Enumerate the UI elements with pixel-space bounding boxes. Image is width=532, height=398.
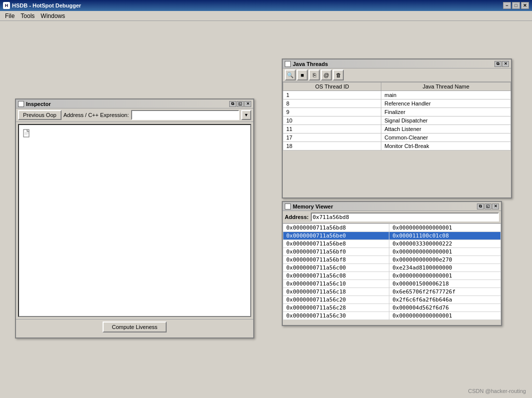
memory-address-cell: 0x0000000711a56c28 [283, 304, 389, 312]
svg-rect-0 [24, 130, 29, 137]
threads-expand-btn[interactable]: ⧉ [494, 61, 501, 67]
title-bar: H HSDB - HotSpot Debugger − □ ✕ [0, 0, 532, 11]
memory-float-btn[interactable]: ◱ [484, 204, 491, 210]
threads-at-btn[interactable]: @ [321, 70, 332, 80]
threads-table-container[interactable]: OS Thread ID Java Thread Name 1main8Refe… [283, 82, 511, 198]
threads-table: OS Thread ID Java Thread Name 1main8Refe… [283, 82, 511, 150]
inspector-toolbar: Previous Oop Address / C++ Expression: ▼ [16, 108, 253, 122]
menu-tools[interactable]: Tools [18, 12, 38, 20]
menu-bar: File Tools Windows [0, 11, 532, 21]
main-area: Inspector ⧉ ◱ ✕ Previous Oop Address / C… [0, 21, 532, 398]
memory-value-cell: 0x000000000000e270 [389, 256, 501, 264]
list-item[interactable]: 0x0000000711a56c080x0000000000000001 [283, 272, 501, 280]
memory-title: Memory Viewer [293, 204, 333, 210]
list-item[interactable]: 0x0000000711a56c100x000001500006218 [283, 280, 501, 288]
threads-search-btn[interactable]: 🔍 [285, 70, 296, 80]
app-title: HSDB - HotSpot Debugger [12, 2, 81, 8]
memory-address-cell: 0x0000000711a56bf8 [283, 256, 389, 264]
os-thread-id-cell: 10 [283, 116, 381, 125]
table-row[interactable]: 18Monitor Ctrl-Break [283, 142, 511, 150]
maximize-button[interactable]: □ [512, 2, 520, 9]
table-row[interactable]: 1main [283, 91, 511, 100]
list-item[interactable]: 0x0000000711a56be80x0000033300000222 [283, 240, 501, 248]
memory-address-cell: 0x0000000711a56bf0 [283, 248, 389, 256]
previous-oop-button[interactable]: Previous Oop [18, 110, 62, 120]
memory-address-input[interactable] [311, 212, 499, 222]
table-row[interactable]: 10Signal Dispatcher [283, 116, 511, 125]
memory-table-container[interactable]: 0x0000000711a56bd80x00000000000000010x00… [283, 224, 501, 324]
memory-close-btn[interactable]: ✕ [492, 204, 499, 210]
inspector-expand-btn[interactable]: ⧉ [229, 101, 236, 107]
memory-title-bar: Memory Viewer ⧉ ◱ ✕ [283, 202, 501, 211]
threads-copy-btn[interactable]: ⎘ [309, 70, 320, 80]
inspector-title: Inspector [26, 101, 51, 107]
java-thread-name-cell: Signal Dispatcher [381, 116, 511, 125]
java-thread-name-cell: Attach Listener [381, 125, 511, 134]
inspector-content [18, 124, 251, 317]
memory-address-label: Address: [285, 214, 309, 220]
memory-value-cell: 0x0000000000000001 [389, 272, 501, 280]
memory-panel-icon [285, 204, 291, 210]
threads-delete-btn[interactable]: 🗑 [333, 70, 344, 80]
inspector-panel-icon [18, 101, 24, 107]
memory-value-cell: 0x000001500006218 [389, 280, 501, 288]
threads-title-bar: Java Threads ⧉ ✕ [283, 60, 511, 68]
os-thread-id-cell: 17 [283, 134, 381, 142]
table-row[interactable]: 9Finalizer [283, 108, 511, 116]
inspector-footer: Compute Liveness [16, 319, 253, 334]
inspector-panel: Inspector ⧉ ◱ ✕ Previous Oop Address / C… [15, 98, 254, 338]
os-thread-id-cell: 11 [283, 125, 381, 134]
list-item[interactable]: 0x0000000711a56c000xe234ad8100000000 [283, 264, 501, 272]
os-thread-id-cell: 8 [283, 100, 381, 108]
threads-panel-controls: ⧉ ✕ [494, 61, 509, 67]
java-thread-name-cell: Reference Handler [381, 100, 511, 108]
memory-address-cell: 0x0000000711a56be8 [283, 240, 389, 248]
list-item[interactable]: 0x0000000711a56c180x6e65706f2f677726f [283, 288, 501, 296]
app-icon: H [3, 2, 10, 9]
title-bar-controls: − □ ✕ [503, 2, 529, 9]
threads-stop-btn[interactable]: ■ [297, 70, 308, 80]
table-row[interactable]: 17Common-Cleaner [283, 134, 511, 142]
threads-title: Java Threads [293, 61, 328, 67]
java-threads-panel: Java Threads ⧉ ✕ 🔍 ■ ⎘ @ 🗑 OS Thread ID … [282, 58, 512, 198]
list-item[interactable]: 0x0000000711a56bd80x0000000000000001 [283, 224, 501, 232]
os-thread-id-cell: 18 [283, 142, 381, 150]
memory-value-cell: 0x0000000000000001 [389, 248, 501, 256]
memory-value-cell: 0xe234ad8100000000 [389, 264, 501, 272]
watermark: CSDN @hacker-routing [468, 388, 526, 394]
inspector-float-btn[interactable]: ◱ [237, 101, 244, 107]
menu-file[interactable]: File [2, 12, 18, 20]
list-item[interactable]: 0x0000000711a56bf80x000000000000e270 [283, 256, 501, 264]
list-item[interactable]: 0x0000000711a56bf00x0000000000000001 [283, 248, 501, 256]
memory-value-cell: 0x6e65706f2f677726f [389, 288, 501, 296]
memory-value-cell: 0x000011100c01c08 [389, 232, 501, 240]
list-item[interactable]: 0x0000000711a56c300x0000000000000001 [283, 312, 501, 320]
list-item[interactable]: 0x0000000711a56c280x000004d562f6d76 [283, 304, 501, 312]
memory-address-cell: 0x0000000711a56be0 [283, 232, 389, 240]
compute-liveness-button[interactable]: Compute Liveness [103, 322, 166, 332]
java-thread-name-cell: Common-Cleaner [381, 134, 511, 142]
inspector-panel-controls: ⧉ ◱ ✕ [229, 101, 251, 107]
list-item[interactable]: 0x0000000711a56be00x000011100c01c08 [283, 232, 501, 240]
inspector-close-btn[interactable]: ✕ [244, 101, 251, 107]
table-row[interactable]: 8Reference Handler [283, 100, 511, 108]
memory-address-cell: 0x0000000711a56c08 [283, 272, 389, 280]
table-row[interactable]: 11Attach Listener [283, 125, 511, 134]
threads-panel-icon [285, 61, 291, 67]
address-input[interactable] [131, 110, 240, 120]
memory-address-bar: Address: [283, 211, 501, 224]
memory-value-cell: 0x0000000000000001 [389, 224, 501, 232]
close-button[interactable]: ✕ [521, 2, 529, 9]
minimize-button[interactable]: − [503, 2, 511, 9]
threads-close-btn[interactable]: ✕ [502, 61, 509, 67]
menu-windows[interactable]: Windows [38, 12, 68, 20]
memory-value-cell: 0x000004d562f6d76 [389, 304, 501, 312]
col-java-thread-name: Java Thread Name [381, 82, 511, 91]
memory-value-cell: 0x0000000000000001 [389, 312, 501, 320]
address-dropdown[interactable]: ▼ [241, 110, 251, 120]
list-item[interactable]: 0x0000000711a56c200x2f6c6f6a2f6b646a [283, 296, 501, 304]
memory-table: 0x0000000711a56bd80x00000000000000010x00… [283, 224, 501, 320]
memory-address-cell: 0x0000000711a56c10 [283, 280, 389, 288]
memory-viewer-panel: Memory Viewer ⧉ ◱ ✕ Address: 0x000000071… [282, 201, 502, 326]
memory-expand-btn[interactable]: ⧉ [477, 204, 484, 210]
